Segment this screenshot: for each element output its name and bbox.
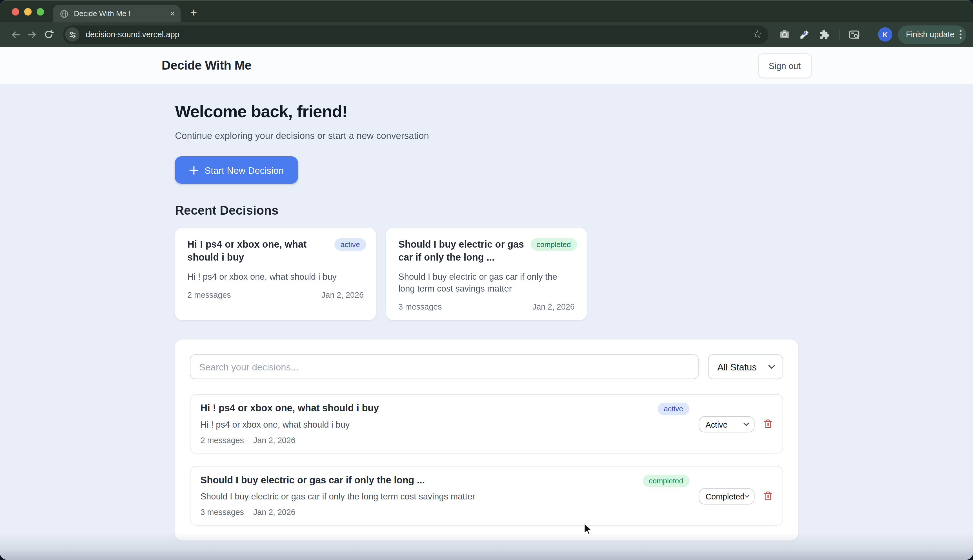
zoom-window-button[interactable] xyxy=(37,8,44,15)
plus-icon xyxy=(189,165,198,175)
more-menu-dots-icon[interactable] xyxy=(960,30,962,39)
decision-card-description: Should I buy electric or gas car if only… xyxy=(398,271,575,295)
message-count: 3 messages xyxy=(398,302,442,312)
search-input[interactable] xyxy=(190,354,699,379)
chevron-down-icon xyxy=(745,495,749,498)
finish-update-label: Finish update xyxy=(906,30,955,39)
trash-icon xyxy=(763,418,772,428)
browser-tab[interactable]: Decide With Me ! × xyxy=(53,5,181,23)
reload-icon xyxy=(43,29,54,40)
chevron-down-icon xyxy=(743,423,749,426)
status-select[interactable]: Active xyxy=(699,416,755,432)
browser-window: Decide With Me ! × + xyxy=(0,0,973,560)
back-button[interactable] xyxy=(7,26,23,43)
decision-date: Jan 2, 2026 xyxy=(253,508,295,517)
decision-row-title: Hi ! ps4 or xbox one, what should i buy xyxy=(201,403,658,414)
start-new-decision-button[interactable]: Start New Decision xyxy=(175,156,298,184)
close-window-button[interactable] xyxy=(12,8,19,15)
camera-extension-button[interactable] xyxy=(776,26,793,43)
bookmark-star-icon[interactable]: ☆ xyxy=(752,29,762,40)
recent-decisions-heading: Recent Decisions xyxy=(175,204,798,218)
message-count: 2 messages xyxy=(201,435,244,445)
decision-card[interactable]: Hi ! ps4 or xbox one, what should i buy … xyxy=(175,228,376,320)
browser-tab-bar: Decide With Me ! × + xyxy=(0,0,973,22)
app-header: Decide With Me Sign out xyxy=(0,47,973,84)
address-bar[interactable]: decision-sound.vercel.app ☆ xyxy=(63,25,768,44)
new-tab-button[interactable]: + xyxy=(186,6,201,20)
minimize-window-button[interactable] xyxy=(24,8,32,15)
window-controls xyxy=(12,8,44,15)
extensions-button[interactable] xyxy=(816,26,833,43)
camera-icon xyxy=(779,28,790,40)
status-badge: active xyxy=(334,238,366,251)
toolbar-right-cluster: K Finish update xyxy=(776,25,966,44)
status-select-value: Completed xyxy=(706,492,745,501)
trash-icon xyxy=(763,490,772,500)
tab-title: Decide With Me ! xyxy=(74,9,165,18)
screenshot-stage: Decide With Me ! × + xyxy=(0,0,973,560)
back-arrow-icon xyxy=(10,29,21,40)
start-new-decision-label: Start New Decision xyxy=(205,165,284,175)
delete-decision-button[interactable] xyxy=(763,418,772,429)
globe-favicon-icon xyxy=(60,9,69,18)
status-select-value: Active xyxy=(706,420,728,429)
status-badge: active xyxy=(658,403,689,415)
decision-date: Jan 2, 2026 xyxy=(253,435,295,445)
status-filter-value: All Status xyxy=(717,362,756,372)
decision-row[interactable]: Should I buy electric or gas car if only… xyxy=(190,466,783,525)
reading-mode-button[interactable] xyxy=(846,26,862,43)
finish-update-button[interactable]: Finish update xyxy=(898,25,966,44)
reload-button[interactable] xyxy=(40,26,57,43)
decision-card-description: Hi ! ps4 or xbox one, what should i buy xyxy=(187,271,364,283)
status-badge: completed xyxy=(530,238,577,251)
welcome-heading: Welcome back, friend! xyxy=(175,102,798,122)
app-title: Decide With Me xyxy=(162,58,252,73)
message-count: 3 messages xyxy=(201,508,244,517)
site-settings-sliders-icon xyxy=(68,30,77,39)
delete-decision-button[interactable] xyxy=(763,490,772,500)
decisions-list: Hi ! ps4 or xbox one, what should i buy … xyxy=(190,394,783,526)
puzzle-piece-icon xyxy=(818,28,830,40)
main-area: Welcome back, friend! Continue exploring… xyxy=(0,85,973,523)
toolbar-separator xyxy=(869,29,869,40)
recent-decisions-grid: Hi ! ps4 or xbox one, what should i buy … xyxy=(175,228,798,320)
forward-arrow-icon xyxy=(27,29,38,40)
status-badge: completed xyxy=(643,475,689,487)
decision-date: Jan 2, 2026 xyxy=(532,302,575,312)
status-select[interactable]: Completed xyxy=(699,488,755,505)
toolbar-separator xyxy=(839,29,840,40)
profile-avatar[interactable]: K xyxy=(878,27,893,42)
url-text[interactable]: decision-sound.vercel.app xyxy=(86,30,746,39)
eyedropper-icon xyxy=(799,29,810,40)
welcome-subtitle: Continue exploring your decisions or sta… xyxy=(175,130,798,141)
status-filter-select[interactable]: All Status xyxy=(708,354,783,379)
decision-date: Jan 2, 2026 xyxy=(322,290,364,300)
chevron-down-icon xyxy=(768,365,775,369)
decision-row[interactable]: Hi ! ps4 or xbox one, what should i buy … xyxy=(190,394,783,453)
message-count: 2 messages xyxy=(187,290,231,300)
sign-out-button[interactable]: Sign out xyxy=(758,53,811,78)
close-tab-icon[interactable]: × xyxy=(170,9,175,18)
decisions-list-panel: All Status Hi ! ps4 or xbox one, what sh… xyxy=(175,340,798,540)
decision-row-title: Should I buy electric or gas car if only… xyxy=(201,475,643,486)
browser-toolbar: decision-sound.vercel.app ☆ xyxy=(0,22,973,47)
page-magnifier-icon xyxy=(848,29,860,40)
forward-button[interactable] xyxy=(24,26,40,43)
decision-row-description: Hi ! ps4 or xbox one, what should i buy xyxy=(201,420,658,430)
decision-row-description: Should I buy electric or gas car if only… xyxy=(201,492,643,502)
color-picker-button[interactable] xyxy=(796,26,813,43)
site-info-button[interactable] xyxy=(65,27,80,42)
decision-card[interactable]: Should I buy electric or gas car if only… xyxy=(386,228,587,320)
